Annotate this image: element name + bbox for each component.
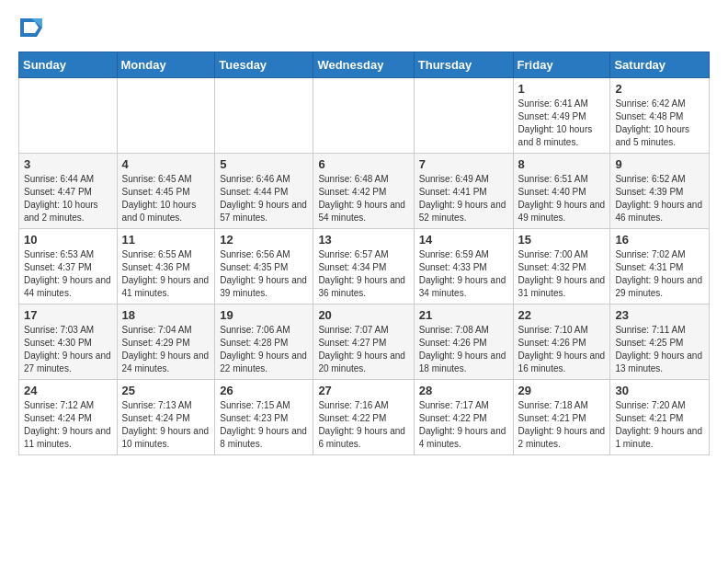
day-number: 30 xyxy=(615,384,704,397)
day-number: 29 xyxy=(518,384,606,397)
day-number: 7 xyxy=(419,157,508,171)
calendar-cell: 4Sunrise: 6:45 AM Sunset: 4:45 PM Daylig… xyxy=(117,154,215,229)
calendar-cell: 6Sunrise: 6:48 AM Sunset: 4:42 PM Daylig… xyxy=(313,154,414,229)
day-number: 15 xyxy=(518,233,606,247)
week-row-5: 24Sunrise: 7:12 AM Sunset: 4:24 PM Dayli… xyxy=(19,380,710,455)
calendar-cell: 26Sunrise: 7:15 AM Sunset: 4:23 PM Dayli… xyxy=(215,380,313,455)
calendar-cell: 16Sunrise: 7:02 AM Sunset: 4:31 PM Dayli… xyxy=(610,229,710,304)
weekday-header-wednesday: Wednesday xyxy=(313,52,414,78)
calendar-cell: 10Sunrise: 6:53 AM Sunset: 4:37 PM Dayli… xyxy=(19,229,118,304)
day-info: Sunrise: 7:11 AM Sunset: 4:25 PM Dayligh… xyxy=(615,324,704,375)
day-info: Sunrise: 7:13 AM Sunset: 4:24 PM Dayligh… xyxy=(122,399,210,451)
day-info: Sunrise: 6:51 AM Sunset: 4:40 PM Dayligh… xyxy=(518,173,606,224)
day-number: 2 xyxy=(615,82,704,96)
page-header xyxy=(18,15,710,40)
day-info: Sunrise: 7:18 AM Sunset: 4:21 PM Dayligh… xyxy=(518,399,606,451)
day-number: 24 xyxy=(24,384,112,397)
day-number: 12 xyxy=(220,233,308,247)
day-info: Sunrise: 7:16 AM Sunset: 4:22 PM Dayligh… xyxy=(318,399,408,451)
weekday-header-friday: Friday xyxy=(513,52,610,78)
week-row-3: 10Sunrise: 6:53 AM Sunset: 4:37 PM Dayli… xyxy=(19,229,710,304)
day-info: Sunrise: 7:02 AM Sunset: 4:31 PM Dayligh… xyxy=(615,248,704,300)
day-info: Sunrise: 6:44 AM Sunset: 4:47 PM Dayligh… xyxy=(24,173,112,224)
day-info: Sunrise: 6:46 AM Sunset: 4:44 PM Dayligh… xyxy=(220,173,308,224)
day-number: 10 xyxy=(24,233,112,247)
day-number: 8 xyxy=(518,157,606,171)
weekday-header-sunday: Sunday xyxy=(19,52,118,78)
day-info: Sunrise: 7:17 AM Sunset: 4:22 PM Dayligh… xyxy=(419,399,508,451)
day-info: Sunrise: 6:56 AM Sunset: 4:35 PM Dayligh… xyxy=(220,248,308,300)
calendar-cell: 27Sunrise: 7:16 AM Sunset: 4:22 PM Dayli… xyxy=(313,380,414,455)
calendar-cell: 8Sunrise: 6:51 AM Sunset: 4:40 PM Daylig… xyxy=(513,154,610,229)
day-info: Sunrise: 7:15 AM Sunset: 4:23 PM Dayligh… xyxy=(220,399,308,451)
day-number: 4 xyxy=(122,157,210,171)
day-number: 11 xyxy=(122,233,210,247)
calendar-cell xyxy=(414,78,513,154)
calendar: SundayMondayTuesdayWednesdayThursdayFrid… xyxy=(18,52,710,455)
day-info: Sunrise: 6:53 AM Sunset: 4:37 PM Dayligh… xyxy=(24,248,112,300)
calendar-cell: 24Sunrise: 7:12 AM Sunset: 4:24 PM Dayli… xyxy=(19,380,118,455)
day-info: Sunrise: 7:06 AM Sunset: 4:28 PM Dayligh… xyxy=(220,324,308,375)
day-number: 13 xyxy=(318,233,408,247)
calendar-cell: 1Sunrise: 6:41 AM Sunset: 4:49 PM Daylig… xyxy=(513,78,610,154)
calendar-cell: 25Sunrise: 7:13 AM Sunset: 4:24 PM Dayli… xyxy=(117,380,215,455)
day-info: Sunrise: 6:52 AM Sunset: 4:39 PM Dayligh… xyxy=(615,173,704,224)
day-info: Sunrise: 6:55 AM Sunset: 4:36 PM Dayligh… xyxy=(122,248,210,300)
day-info: Sunrise: 6:48 AM Sunset: 4:42 PM Dayligh… xyxy=(318,173,408,224)
day-number: 16 xyxy=(615,233,704,247)
day-info: Sunrise: 7:04 AM Sunset: 4:29 PM Dayligh… xyxy=(122,324,210,375)
day-number: 14 xyxy=(419,233,508,247)
day-number: 3 xyxy=(24,157,112,171)
day-info: Sunrise: 6:41 AM Sunset: 4:49 PM Dayligh… xyxy=(518,98,606,149)
calendar-cell: 28Sunrise: 7:17 AM Sunset: 4:22 PM Dayli… xyxy=(414,380,513,455)
day-info: Sunrise: 7:00 AM Sunset: 4:32 PM Dayligh… xyxy=(518,248,606,300)
calendar-cell: 14Sunrise: 6:59 AM Sunset: 4:33 PM Dayli… xyxy=(414,229,513,304)
day-number: 18 xyxy=(122,308,210,322)
calendar-cell: 29Sunrise: 7:18 AM Sunset: 4:21 PM Dayli… xyxy=(513,380,610,455)
day-number: 27 xyxy=(318,384,408,397)
logo-icon xyxy=(20,15,42,40)
calendar-cell xyxy=(117,78,215,154)
day-number: 22 xyxy=(518,308,606,322)
week-row-4: 17Sunrise: 7:03 AM Sunset: 4:30 PM Dayli… xyxy=(19,304,710,380)
weekday-header-row: SundayMondayTuesdayWednesdayThursdayFrid… xyxy=(19,52,710,78)
day-info: Sunrise: 6:59 AM Sunset: 4:33 PM Dayligh… xyxy=(419,248,508,300)
day-info: Sunrise: 7:07 AM Sunset: 4:27 PM Dayligh… xyxy=(318,324,408,375)
logo xyxy=(18,15,42,40)
calendar-cell: 9Sunrise: 6:52 AM Sunset: 4:39 PM Daylig… xyxy=(610,154,710,229)
weekday-header-thursday: Thursday xyxy=(414,52,513,78)
calendar-cell: 18Sunrise: 7:04 AM Sunset: 4:29 PM Dayli… xyxy=(117,304,215,380)
calendar-cell: 20Sunrise: 7:07 AM Sunset: 4:27 PM Dayli… xyxy=(313,304,414,380)
calendar-cell: 11Sunrise: 6:55 AM Sunset: 4:36 PM Dayli… xyxy=(117,229,215,304)
day-info: Sunrise: 6:57 AM Sunset: 4:34 PM Dayligh… xyxy=(318,248,408,300)
calendar-cell xyxy=(19,78,118,154)
day-info: Sunrise: 7:12 AM Sunset: 4:24 PM Dayligh… xyxy=(24,399,112,451)
day-info: Sunrise: 7:10 AM Sunset: 4:26 PM Dayligh… xyxy=(518,324,606,375)
day-info: Sunrise: 6:45 AM Sunset: 4:45 PM Dayligh… xyxy=(122,173,210,224)
weekday-header-saturday: Saturday xyxy=(610,52,710,78)
week-row-1: 1Sunrise: 6:41 AM Sunset: 4:49 PM Daylig… xyxy=(19,78,710,154)
calendar-cell: 12Sunrise: 6:56 AM Sunset: 4:35 PM Dayli… xyxy=(215,229,313,304)
day-info: Sunrise: 6:42 AM Sunset: 4:48 PM Dayligh… xyxy=(615,98,704,149)
day-number: 19 xyxy=(220,308,308,322)
day-info: Sunrise: 7:03 AM Sunset: 4:30 PM Dayligh… xyxy=(24,324,112,375)
day-number: 28 xyxy=(419,384,508,397)
calendar-cell: 21Sunrise: 7:08 AM Sunset: 4:26 PM Dayli… xyxy=(414,304,513,380)
weekday-header-monday: Monday xyxy=(117,52,215,78)
day-info: Sunrise: 7:20 AM Sunset: 4:21 PM Dayligh… xyxy=(615,399,704,451)
day-number: 20 xyxy=(318,308,408,322)
day-number: 21 xyxy=(419,308,508,322)
day-number: 1 xyxy=(518,82,606,96)
day-info: Sunrise: 7:08 AM Sunset: 4:26 PM Dayligh… xyxy=(419,324,508,375)
calendar-cell: 22Sunrise: 7:10 AM Sunset: 4:26 PM Dayli… xyxy=(513,304,610,380)
calendar-cell: 17Sunrise: 7:03 AM Sunset: 4:30 PM Dayli… xyxy=(19,304,118,380)
calendar-cell: 2Sunrise: 6:42 AM Sunset: 4:48 PM Daylig… xyxy=(610,78,710,154)
calendar-cell xyxy=(313,78,414,154)
day-number: 17 xyxy=(24,308,112,322)
calendar-cell: 3Sunrise: 6:44 AM Sunset: 4:47 PM Daylig… xyxy=(19,154,118,229)
week-row-2: 3Sunrise: 6:44 AM Sunset: 4:47 PM Daylig… xyxy=(19,154,710,229)
calendar-cell: 30Sunrise: 7:20 AM Sunset: 4:21 PM Dayli… xyxy=(610,380,710,455)
day-number: 9 xyxy=(615,157,704,171)
calendar-cell: 5Sunrise: 6:46 AM Sunset: 4:44 PM Daylig… xyxy=(215,154,313,229)
day-number: 6 xyxy=(318,157,408,171)
